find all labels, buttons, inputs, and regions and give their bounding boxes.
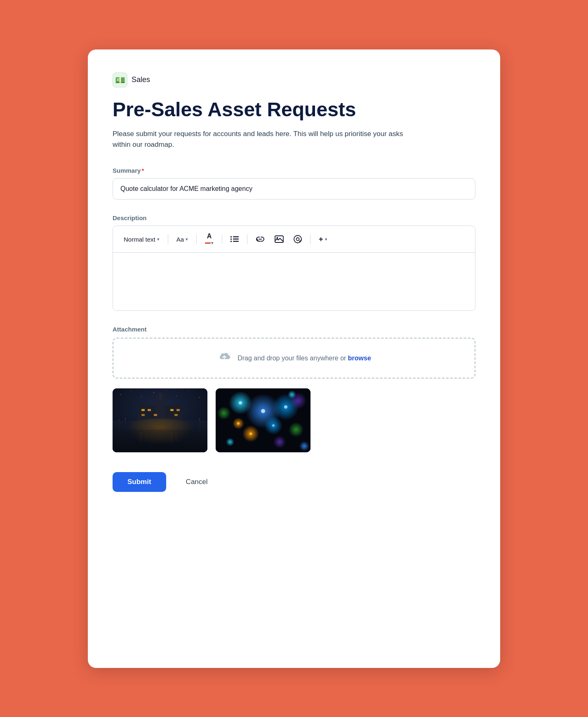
color-underline-red	[205, 242, 211, 244]
svg-rect-33	[146, 433, 147, 443]
svg-rect-22	[159, 393, 162, 400]
svg-rect-1	[233, 236, 239, 237]
svg-point-57	[272, 424, 275, 427]
svg-point-58	[226, 438, 234, 446]
svg-point-15	[166, 390, 167, 391]
image-button[interactable]	[270, 233, 288, 246]
svg-rect-23	[141, 409, 145, 411]
page-description: Please submit your requests for accounts…	[113, 129, 409, 150]
svg-rect-40	[199, 418, 200, 432]
description-label: Description	[113, 214, 475, 221]
file-drop-zone[interactable]: Drag and drop your files anywhere or bro…	[113, 338, 475, 378]
svg-rect-4	[230, 241, 232, 242]
summary-label: Summary*	[113, 167, 475, 174]
attachment-thumb-harbor[interactable]	[113, 388, 207, 452]
svg-rect-28	[154, 414, 157, 416]
chevron-down-icon-2: ▾	[186, 237, 188, 242]
editor-content-area[interactable]	[113, 253, 475, 310]
svg-point-59	[299, 441, 309, 451]
form-actions: Submit Cancel	[113, 472, 475, 492]
svg-rect-2	[230, 239, 232, 240]
svg-point-18	[199, 397, 200, 398]
more-options-button[interactable]: + ▾	[315, 233, 332, 246]
app-name: Sales	[132, 75, 150, 84]
app-icon: 💵	[113, 73, 127, 87]
svg-rect-38	[125, 417, 126, 432]
drop-text: Drag and drop your files anywhere or bro…	[238, 355, 371, 362]
svg-rect-27	[141, 414, 145, 416]
svg-point-53	[239, 401, 242, 404]
svg-rect-36	[113, 430, 207, 430]
svg-point-48	[289, 422, 303, 437]
page-title: Pre-Sales Asset Requests	[113, 99, 475, 121]
chevron-down-icon: ▾	[157, 237, 160, 242]
svg-rect-29	[174, 414, 178, 416]
editor-toolbar: Normal text ▾ Aa ▾ A ▾	[113, 226, 475, 253]
svg-rect-37	[119, 419, 120, 432]
svg-point-60	[288, 390, 296, 399]
svg-point-12	[131, 392, 131, 392]
list-button[interactable]	[226, 233, 243, 245]
font-size-button[interactable]: Aa ▾	[172, 233, 192, 245]
svg-point-17	[188, 392, 189, 392]
summary-field-group: Summary*	[113, 167, 475, 200]
upload-icon	[217, 350, 232, 366]
link-button[interactable]	[252, 234, 269, 244]
attachment-images	[113, 388, 475, 452]
svg-point-56	[237, 422, 240, 425]
svg-point-8	[294, 235, 301, 243]
text-style-button[interactable]: Normal text ▾	[120, 233, 164, 245]
toolbar-divider-2	[196, 234, 197, 244]
toolbar-divider-3	[222, 234, 222, 244]
svg-point-49	[217, 407, 230, 420]
outer-wrapper: 💵 Sales Pre-Sales Asset Requests Please …	[30, 25, 558, 693]
svg-rect-26	[176, 409, 180, 411]
bokeh-image	[216, 388, 310, 452]
svg-rect-32	[139, 432, 142, 444]
svg-rect-25	[170, 409, 174, 411]
harbor-image	[113, 388, 207, 452]
submit-button[interactable]: Submit	[113, 472, 166, 492]
svg-point-13	[141, 397, 141, 397]
svg-rect-35	[175, 434, 177, 443]
toolbar-divider-1	[168, 234, 168, 244]
summary-input[interactable]	[113, 178, 475, 200]
required-star: *	[141, 167, 144, 174]
cancel-button[interactable]: Cancel	[174, 472, 219, 492]
browse-link[interactable]: browse	[348, 355, 371, 362]
toolbar-divider-5	[310, 234, 310, 244]
toolbar-divider-4	[247, 234, 247, 244]
svg-point-30	[127, 417, 193, 438]
svg-rect-5	[233, 241, 239, 242]
svg-rect-3	[233, 239, 239, 240]
svg-rect-34	[170, 432, 173, 444]
svg-point-51	[273, 436, 286, 448]
svg-point-11	[120, 394, 121, 395]
svg-rect-0	[230, 236, 232, 237]
chevron-down-icon-3: ▾	[211, 240, 214, 246]
svg-point-9	[296, 238, 299, 241]
app-badge: 💵 Sales	[113, 73, 475, 87]
svg-point-16	[176, 396, 176, 396]
svg-point-55	[249, 433, 252, 435]
chevron-down-icon-4: ▾	[325, 237, 327, 242]
font-color-button[interactable]: A ▾	[201, 230, 218, 248]
attachment-field-group: Attachment Drag and drop your files anyw…	[113, 326, 475, 452]
mention-button[interactable]	[289, 233, 306, 246]
form-card: 💵 Sales Pre-Sales Asset Requests Please …	[88, 49, 500, 668]
svg-point-54	[284, 405, 287, 409]
description-field-group: Description Normal text ▾ Aa ▾ A	[113, 214, 475, 311]
attachment-label: Attachment	[113, 326, 475, 333]
svg-rect-24	[148, 409, 151, 411]
attachment-thumb-bokeh[interactable]	[216, 388, 310, 452]
description-editor: Normal text ▾ Aa ▾ A ▾	[113, 226, 475, 311]
svg-rect-31	[113, 430, 207, 452]
svg-rect-39	[193, 421, 194, 432]
svg-point-14	[153, 392, 154, 393]
svg-point-52	[261, 409, 265, 413]
